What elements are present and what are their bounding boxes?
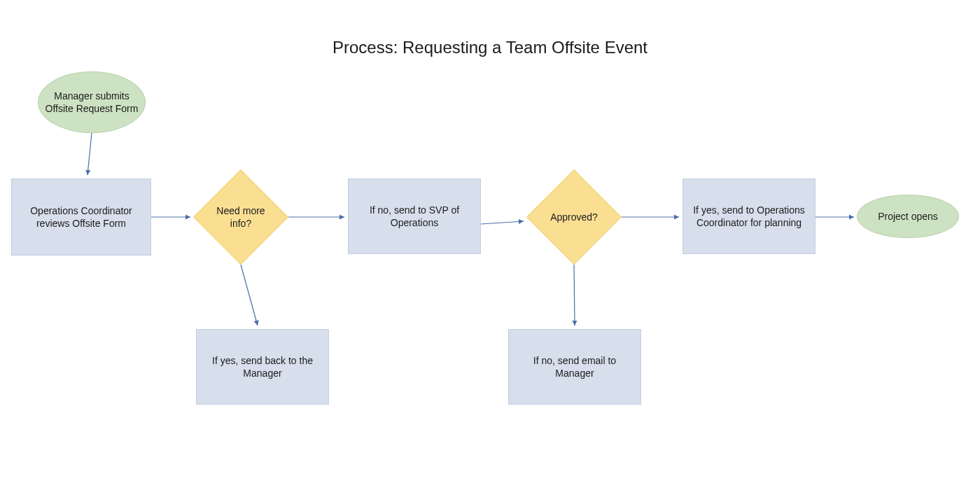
process-review: Operations Coordinator reviews Offsite F… (11, 179, 151, 256)
arrow-start-to-review (88, 133, 92, 175)
end-node: Project opens (857, 195, 959, 238)
end-node-label: Project opens (878, 210, 938, 223)
decision-approved-label: Approved? (540, 183, 608, 251)
decision-approved: Approved? (540, 183, 608, 251)
process-review-label: Operations Coordinator reviews Offsite F… (16, 204, 146, 230)
process-no-email: If no, send email to Manager (508, 329, 641, 405)
process-no-svp-label: If no, send to SVP of Operations (353, 204, 476, 229)
diagram-title: Process: Requesting a Team Offsite Event (0, 38, 980, 57)
arrow-svp-to-approved (481, 221, 524, 224)
process-yes-plan: If yes, send to Operations Coordinator f… (682, 179, 816, 254)
process-yes-back: If yes, send back to the Manager (196, 329, 329, 405)
process-yes-plan-label: If yes, send to Operations Coordinator f… (687, 204, 811, 229)
start-node: Manager submits Offsite Request Form (38, 71, 146, 133)
arrow-needinfo-to-yesback (241, 265, 258, 326)
process-no-svp: If no, send to SVP of Operations (348, 179, 481, 254)
decision-need-info: Need more info? (207, 183, 274, 251)
arrow-approved-to-noemail (574, 265, 575, 326)
flowchart-canvas: Process: Requesting a Team Offsite Event… (0, 0, 980, 488)
start-node-label: Manager submits Offsite Request Form (43, 90, 141, 115)
process-yes-back-label: If yes, send back to the Manager (201, 354, 324, 379)
decision-need-info-label: Need more info? (207, 183, 274, 251)
process-no-email-label: If no, send email to Manager (513, 354, 636, 379)
